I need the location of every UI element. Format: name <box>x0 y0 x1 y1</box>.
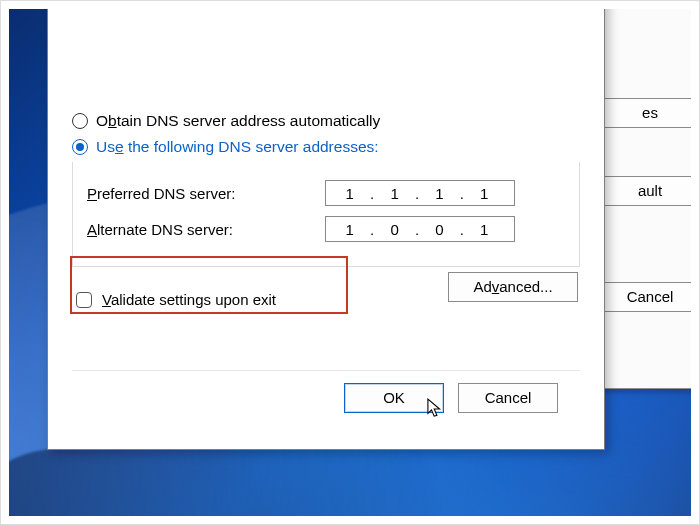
ok-button[interactable]: OK <box>344 383 444 413</box>
cursor-icon <box>427 398 445 420</box>
radio-icon <box>72 139 88 155</box>
preferred-dns-label: Preferred DNS server: <box>87 185 307 202</box>
alternate-dns-input[interactable] <box>325 216 515 242</box>
ipv4-properties-dialog: Obtain DNS server address automatically … <box>47 9 605 450</box>
advanced-button[interactable]: Advanced... <box>448 272 578 302</box>
radio-icon <box>72 113 88 129</box>
alternate-dns-label: Alternate DNS server: <box>87 221 307 238</box>
parent-button[interactable]: es <box>600 98 691 128</box>
radio-label: Obtain DNS server address automatically <box>96 112 380 130</box>
highlight-box <box>70 256 348 314</box>
parent-button[interactable]: ault <box>600 176 691 206</box>
preferred-dns-input[interactable] <box>325 180 515 206</box>
cancel-button[interactable]: Cancel <box>458 383 558 413</box>
radio-use-following-dns[interactable]: Use the following DNS server addresses: <box>72 138 580 156</box>
desktop-viewport: es ault Cancel Obtain DNS server address… <box>9 9 691 516</box>
preferred-dns-row: Preferred DNS server: <box>87 180 565 206</box>
cropped-area <box>72 9 580 106</box>
radio-obtain-dns-auto[interactable]: Obtain DNS server address automatically <box>72 112 580 130</box>
alternate-dns-row: Alternate DNS server: <box>87 216 565 242</box>
dns-group: Preferred DNS server: Alternate DNS serv… <box>72 162 580 267</box>
dialog-button-row: OK Cancel <box>72 370 580 431</box>
dialog-body: Obtain DNS server address automatically … <box>48 9 604 449</box>
parent-cancel-button[interactable]: Cancel <box>600 282 691 312</box>
image-frame: es ault Cancel Obtain DNS server address… <box>0 0 700 525</box>
radio-label: Use the following DNS server addresses: <box>96 138 379 156</box>
ok-button-label: OK <box>383 389 405 406</box>
